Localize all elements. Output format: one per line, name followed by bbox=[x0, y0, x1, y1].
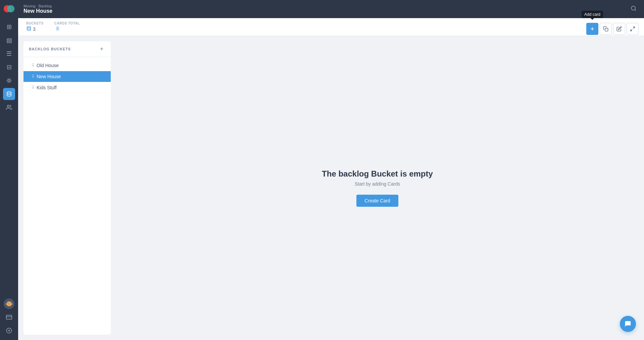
main-content: The backlog Bucket is empty Start by add… bbox=[116, 41, 639, 335]
svg-point-3 bbox=[7, 92, 11, 93]
svg-point-4 bbox=[7, 105, 9, 107]
sidebar-item-expand[interactable] bbox=[3, 325, 15, 337]
top-header: Moving · Backlog New House bbox=[18, 0, 644, 18]
bucket-name: Kids Stuff bbox=[37, 85, 57, 90]
left-sidebar: ⊞ ▤ ☰ ⊟ 🐵 bbox=[0, 0, 18, 340]
svg-line-21 bbox=[633, 27, 635, 29]
breadcrumb: Moving · Backlog bbox=[23, 4, 52, 8]
chat-bubble[interactable] bbox=[620, 316, 636, 332]
copy-button[interactable] bbox=[600, 23, 612, 35]
sidebar-item-backlog[interactable] bbox=[3, 88, 15, 100]
sidebar-item-table[interactable]: ⊟ bbox=[3, 61, 15, 73]
buckets-stat: BUCKETS 3 bbox=[26, 21, 44, 32]
app-logo[interactable] bbox=[3, 3, 15, 15]
sidebar-item-board[interactable]: ▤ bbox=[3, 34, 15, 46]
bucket-item-new-house[interactable]: ⠿ New House bbox=[23, 71, 111, 82]
svg-line-22 bbox=[631, 29, 632, 31]
add-bucket-button[interactable]: + bbox=[98, 45, 105, 53]
svg-point-10 bbox=[631, 6, 635, 10]
create-card-button[interactable]: Create Card bbox=[356, 195, 398, 207]
sidebar-item-activity[interactable] bbox=[3, 75, 15, 87]
cards-value bbox=[54, 26, 60, 32]
breadcrumb-area: Moving · Backlog New House bbox=[23, 4, 52, 14]
drag-icon: ⠿ bbox=[32, 74, 34, 79]
buckets-panel-header: BACKLOG BUCKETS + bbox=[23, 41, 111, 57]
add-card-tooltip-container: Add card bbox=[586, 23, 598, 35]
buckets-icon bbox=[26, 26, 32, 32]
empty-state: The backlog Bucket is empty Start by add… bbox=[322, 169, 433, 207]
empty-subtitle: Start by adding Cards bbox=[322, 181, 433, 187]
drag-icon: ⠿ bbox=[32, 63, 34, 68]
bucket-item-kids-stuff[interactable]: ⠿ Kids Stuff bbox=[26, 82, 108, 93]
sidebar-item-billing[interactable] bbox=[3, 311, 15, 323]
page-title: New House bbox=[23, 8, 52, 14]
svg-point-11 bbox=[27, 27, 31, 28]
svg-rect-20 bbox=[605, 28, 608, 31]
cards-icon bbox=[54, 26, 60, 32]
cards-label: CARDS TOTAL bbox=[54, 21, 80, 25]
buckets-panel-title: BACKLOG BUCKETS bbox=[29, 47, 71, 51]
main-area: Moving · Backlog New House BUCKETS bbox=[18, 0, 644, 340]
svg-rect-5 bbox=[6, 315, 12, 319]
empty-title: The backlog Bucket is empty bbox=[322, 169, 433, 179]
bucket-item-old-house[interactable]: ⠿ Old House bbox=[26, 60, 108, 71]
sidebar-item-team[interactable] bbox=[3, 101, 15, 113]
bucket-name: Old House bbox=[37, 63, 59, 68]
sidebar-item-dashboard[interactable]: ⊞ bbox=[3, 21, 15, 33]
cards-stat: CARDS TOTAL bbox=[54, 21, 80, 32]
expand-button[interactable] bbox=[627, 23, 639, 35]
user-avatar[interactable]: 🐵 bbox=[4, 298, 14, 309]
add-card-button[interactable] bbox=[586, 23, 598, 35]
bucket-name: New House bbox=[37, 74, 61, 79]
edit-button[interactable] bbox=[613, 23, 625, 35]
content-area: BUCKETS 3 CARDS TOTAL bbox=[18, 18, 644, 340]
search-button[interactable] bbox=[629, 3, 639, 15]
svg-point-1 bbox=[7, 5, 15, 12]
stats-bar: BUCKETS 3 CARDS TOTAL bbox=[18, 18, 644, 36]
drag-icon: ⠿ bbox=[32, 85, 34, 90]
body-layout: BACKLOG BUCKETS + ⠿ Old House ⠿ New Hous… bbox=[18, 36, 644, 340]
sidebar-item-list[interactable]: ☰ bbox=[3, 48, 15, 60]
bucket-list: ⠿ Old House ⠿ New House ⠿ Kids Stuff bbox=[23, 57, 111, 96]
svg-point-2 bbox=[8, 80, 10, 82]
buckets-label: BUCKETS bbox=[26, 21, 44, 25]
buckets-panel: BACKLOG BUCKETS + ⠿ Old House ⠿ New Hous… bbox=[23, 41, 111, 335]
buckets-value: 3 bbox=[26, 26, 36, 32]
